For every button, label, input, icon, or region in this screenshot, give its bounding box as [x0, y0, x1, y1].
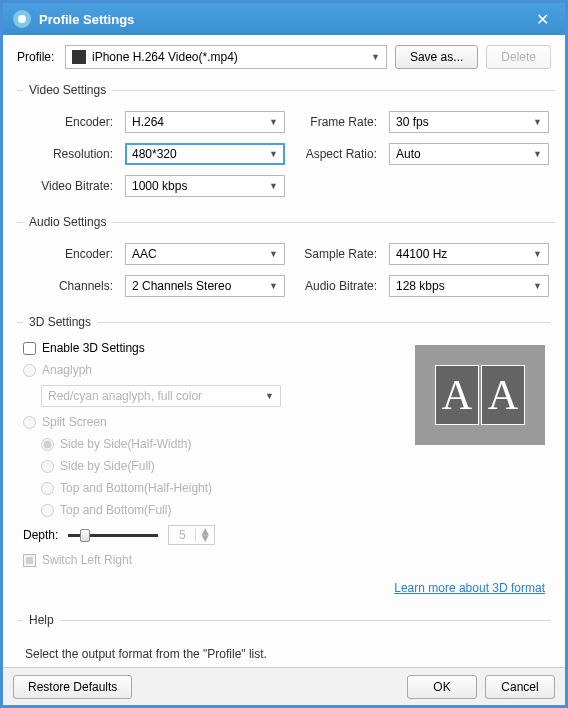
split-screen-radio [23, 416, 36, 429]
chevron-down-icon: ▼ [269, 149, 278, 159]
switch-lr-row: Switch Left Right [23, 553, 395, 567]
slider-thumb[interactable] [80, 529, 90, 542]
samplerate-label: Sample Rate: [297, 247, 377, 261]
preview-left-glyph: A [435, 365, 479, 425]
audio-encoder-select[interactable]: AAC▼ [125, 243, 285, 265]
switch-lr-label: Switch Left Right [42, 553, 132, 567]
anaglyph-radio [23, 364, 36, 377]
3d-legend: 3D Settings [23, 315, 97, 329]
titlebar: Profile Settings ✕ [3, 3, 565, 35]
enable-3d-checkbox[interactable] [23, 342, 36, 355]
tb-full-radio [41, 504, 54, 517]
chevron-down-icon: ▼ [265, 391, 274, 401]
video-settings-group: Video Settings Encoder: H.264▼ Frame Rat… [17, 83, 555, 205]
anaglyph-mode-select: Red/cyan anaglyph, full color ▼ [41, 385, 281, 407]
close-icon[interactable]: ✕ [530, 8, 555, 31]
chevron-down-icon: ▼ [533, 149, 542, 159]
framerate-label: Frame Rate: [297, 115, 377, 129]
depth-spinner: 5 ▲▼ [168, 525, 215, 545]
delete-button: Delete [486, 45, 551, 69]
depth-row: Depth: 5 ▲▼ [23, 525, 395, 545]
profile-label: Profile: [17, 50, 57, 64]
3d-preview: A A [415, 345, 545, 445]
anaglyph-label: Anaglyph [42, 363, 92, 377]
enable-3d-label: Enable 3D Settings [42, 341, 145, 355]
video-bitrate-label: Video Bitrate: [23, 179, 113, 193]
sbs-half-radio [41, 438, 54, 451]
chevron-down-icon: ▼ [269, 181, 278, 191]
profile-settings-window: Profile Settings ✕ Profile: iPhone H.264… [3, 3, 565, 705]
chevron-down-icon: ▼ [269, 281, 278, 291]
audio-legend: Audio Settings [23, 215, 112, 229]
chevron-down-icon: ▼ [533, 117, 542, 127]
help-text: Select the output format from the "Profi… [23, 641, 545, 667]
video-encoder-label: Encoder: [23, 115, 113, 129]
enable-3d-row[interactable]: Enable 3D Settings [23, 341, 395, 355]
audio-bitrate-select[interactable]: 128 kbps▼ [389, 275, 549, 297]
anaglyph-radio-row: Anaglyph [23, 363, 395, 377]
split-screen-label: Split Screen [42, 415, 107, 429]
video-encoder-select[interactable]: H.264▼ [125, 111, 285, 133]
split-screen-radio-row: Split Screen [23, 415, 395, 429]
audio-settings-group: Audio Settings Encoder: AAC▼ Sample Rate… [17, 215, 555, 305]
framerate-select[interactable]: 30 fps▼ [389, 111, 549, 133]
video-bitrate-select[interactable]: 1000 kbps▼ [125, 175, 285, 197]
channels-select[interactable]: 2 Channels Stereo▼ [125, 275, 285, 297]
depth-slider[interactable] [68, 534, 158, 537]
chevron-down-icon: ▼ [269, 117, 278, 127]
chevron-down-icon: ▼ [533, 281, 542, 291]
aspect-select[interactable]: Auto▼ [389, 143, 549, 165]
profile-row: Profile: iPhone H.264 Video(*.mp4) ▼ Sav… [17, 45, 551, 69]
tb-half-radio [41, 482, 54, 495]
profile-select[interactable]: iPhone H.264 Video(*.mp4) ▼ [65, 45, 387, 69]
resolution-label: Resolution: [23, 147, 113, 161]
audio-bitrate-label: Audio Bitrate: [297, 279, 377, 293]
cancel-button[interactable]: Cancel [485, 675, 555, 699]
window-title: Profile Settings [39, 12, 530, 27]
restore-defaults-button[interactable]: Restore Defaults [13, 675, 132, 699]
spinner-arrows: ▲▼ [195, 528, 214, 542]
help-legend: Help [23, 613, 60, 627]
app-icon [13, 10, 31, 28]
save-as-button[interactable]: Save as... [395, 45, 478, 69]
chevron-down-icon: ▼ [269, 249, 278, 259]
ok-button[interactable]: OK [407, 675, 477, 699]
chevron-down-icon: ▼ [533, 249, 542, 259]
channels-label: Channels: [23, 279, 113, 293]
switch-lr-checkbox [23, 554, 36, 567]
window-body: Profile: iPhone H.264 Video(*.mp4) ▼ Sav… [3, 35, 565, 667]
3d-settings-group: 3D Settings Enable 3D Settings Anaglyph … [17, 315, 551, 603]
footer: Restore Defaults OK Cancel [3, 667, 565, 705]
resolution-select[interactable]: 480*320▼ [125, 143, 285, 165]
device-icon [72, 50, 86, 64]
sbs-full-radio [41, 460, 54, 473]
video-legend: Video Settings [23, 83, 112, 97]
learn-more-link[interactable]: Learn more about 3D format [394, 581, 545, 595]
preview-right-glyph: A [481, 365, 525, 425]
chevron-down-icon: ▼ [371, 52, 380, 62]
audio-encoder-label: Encoder: [23, 247, 113, 261]
help-group: Help Select the output format from the "… [17, 613, 551, 667]
profile-value: iPhone H.264 Video(*.mp4) [92, 50, 371, 64]
samplerate-select[interactable]: 44100 Hz▼ [389, 243, 549, 265]
aspect-label: Aspect Ratio: [297, 147, 377, 161]
depth-label: Depth: [23, 528, 58, 542]
